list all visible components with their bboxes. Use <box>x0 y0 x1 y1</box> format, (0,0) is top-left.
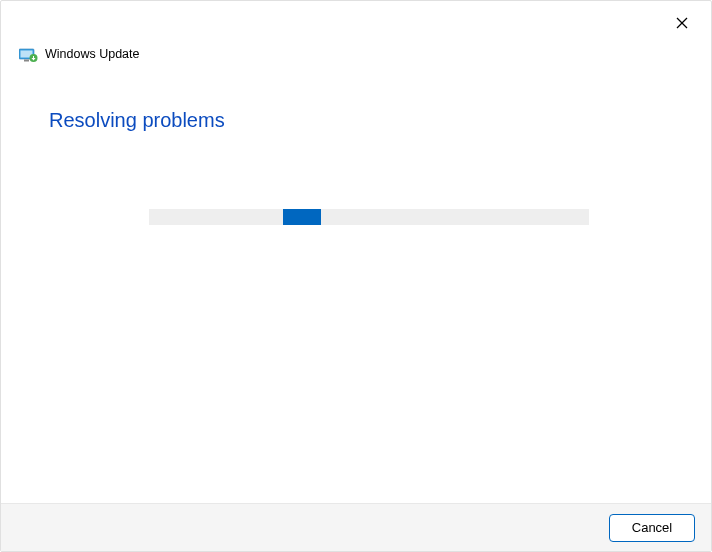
windows-update-icon <box>19 47 37 61</box>
progress-bar <box>149 209 589 225</box>
cancel-button[interactable]: Cancel <box>609 514 695 542</box>
header: Windows Update <box>19 47 140 61</box>
svg-rect-4 <box>24 60 29 62</box>
header-title: Windows Update <box>45 47 140 61</box>
page-heading: Resolving problems <box>49 109 225 132</box>
close-button[interactable] <box>659 7 705 39</box>
titlebar <box>659 1 711 41</box>
progress-indicator <box>283 209 321 225</box>
footer: Cancel <box>1 503 711 551</box>
close-icon <box>676 17 688 29</box>
